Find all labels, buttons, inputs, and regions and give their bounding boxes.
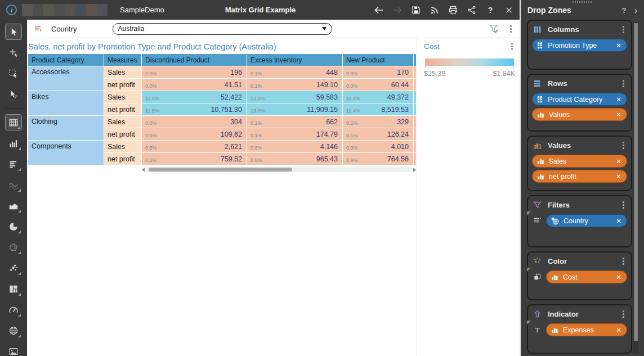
remove-field-icon[interactable]: ✕ (616, 157, 621, 165)
tool-radar-chart[interactable] (5, 239, 22, 255)
remove-field-icon[interactable]: ✕ (616, 273, 621, 281)
filter-applied-icon[interactable] (488, 23, 500, 35)
field-pill-promotion-type[interactable]: Promotion Type✕ (532, 39, 627, 52)
data-cell[interactable]: 13.3%11,909.15 (247, 103, 343, 116)
measure-cell[interactable]: net profit (104, 153, 142, 165)
tool-treemap-chart[interactable] (5, 281, 22, 297)
data-cell[interactable]: 11.5%52,422 (142, 91, 247, 103)
data-cell[interactable]: 0.1%149.10 (247, 79, 343, 91)
data-cell[interactable]: 0.0%109.62 (142, 128, 247, 141)
panel-scrollbar-thumb[interactable] (634, 23, 638, 341)
dropzone-menu-kebab[interactable] (621, 28, 627, 31)
dropzone-menu-kebab[interactable] (621, 312, 627, 316)
measure-cell[interactable]: net profit (104, 79, 142, 91)
category-cell[interactable]: Bikes (28, 91, 104, 116)
tool-area-chart[interactable] (5, 197, 22, 214)
scroll-left-icon[interactable] (142, 168, 145, 172)
measure-cell[interactable]: Sales (104, 141, 142, 153)
data-cell[interactable]: 0.1%126.24 (343, 128, 414, 141)
data-cell[interactable]: 1 (414, 91, 417, 103)
measure-cell[interactable]: Sales (104, 91, 142, 103)
panel-scrollbar[interactable] (633, 22, 638, 353)
data-cell[interactable]: 1 (414, 103, 417, 116)
tool-multi-select[interactable] (5, 86, 22, 102)
data-cell[interactable]: 0 (414, 128, 417, 141)
field-pill-country[interactable]: Country✕ (546, 214, 627, 227)
category-cell[interactable]: Accessories (28, 66, 104, 91)
dropzone-menu-kebab[interactable] (621, 82, 627, 85)
forward-button[interactable] (391, 4, 404, 16)
data-cell[interactable]: 11.4%49,372 (343, 91, 414, 103)
data-cell[interactable]: 0.1%448 (247, 66, 343, 79)
dropzone-menu-kebab[interactable] (621, 259, 627, 263)
data-cell[interactable]: 0.9%764.56 (343, 153, 414, 165)
grid-column-header[interactable]: Excess Inventory (247, 54, 343, 66)
field-pill-net-profit[interactable]: net profit✕ (532, 170, 627, 183)
remove-field-icon[interactable]: ✕ (616, 326, 621, 334)
category-cell[interactable]: Components (28, 141, 104, 165)
data-cell[interactable]: 0.5%2,621 (142, 141, 247, 153)
remove-field-icon[interactable]: ✕ (616, 173, 621, 181)
field-pill-cost[interactable]: Cost✕ (546, 271, 627, 283)
scroll-right-icon[interactable] (413, 168, 416, 172)
print-button[interactable] (447, 4, 459, 16)
tool-grid-widget[interactable] (5, 114, 22, 130)
data-cell[interactable]: 11.4%8,519.53 (343, 103, 414, 116)
save-button[interactable] (410, 4, 422, 16)
tool-map-chart[interactable] (5, 322, 22, 339)
publish-button[interactable] (428, 4, 441, 16)
data-cell[interactable]: 11.5%10,751.30 (142, 103, 247, 116)
tool-scatter-chart[interactable] (5, 260, 22, 276)
grid-column-header[interactable]: New Product (343, 54, 414, 66)
info-icon[interactable]: i (6, 4, 17, 15)
data-cell[interactable]: 0.0%304 (142, 116, 247, 128)
field-pill-sales[interactable]: Sales✕ (532, 155, 627, 168)
category-cell[interactable]: Clothing (28, 116, 104, 141)
tool-gauge-chart[interactable] (5, 301, 22, 318)
tool-pie-chart[interactable] (5, 218, 22, 235)
measure-cell[interactable]: net profit (104, 103, 142, 116)
data-cell[interactable]: 0 (414, 141, 417, 153)
filter-menu-kebab[interactable] (510, 28, 512, 30)
data-cell[interactable]: 0 (414, 153, 417, 165)
data-cell[interactable]: 0.8%965.43 (247, 153, 343, 165)
horizontal-scrollbar[interactable] (142, 166, 416, 173)
dropzone-menu-kebab[interactable] (621, 143, 627, 147)
data-cell[interactable]: 0 (414, 79, 417, 91)
field-pill-expenses[interactable]: Expenses✕ (546, 323, 627, 336)
grid-column-header[interactable]: Measures (104, 54, 142, 66)
data-cell[interactable]: 0.5%759.52 (142, 153, 247, 165)
scrollbar-thumb[interactable] (149, 168, 292, 172)
remove-field-icon[interactable]: ✕ (616, 42, 621, 49)
grid-column-header[interactable]: Product Category (28, 54, 104, 66)
back-button[interactable] (373, 4, 385, 16)
tool-bar-chart[interactable] (5, 156, 22, 172)
tool-select-cursor[interactable] (5, 24, 22, 40)
data-cell[interactable]: 0.9%4,010 (343, 141, 414, 153)
legend-menu-kebab[interactable] (511, 46, 513, 47)
tool-line-chart[interactable] (5, 177, 22, 193)
remove-field-icon[interactable]: ✕ (616, 217, 621, 225)
share-button[interactable] (466, 4, 478, 16)
measure-cell[interactable]: Sales (104, 116, 142, 128)
data-cell[interactable]: 0.0%41.51 (142, 79, 247, 91)
remove-field-icon[interactable]: ✕ (616, 111, 621, 119)
dropzone-menu-kebab[interactable] (621, 203, 627, 207)
close-button[interactable] (503, 4, 515, 16)
data-cell[interactable]: 0.8%4,146 (247, 141, 343, 153)
grid-column-header[interactable]: Discontinued Product (142, 54, 247, 66)
data-cell[interactable]: 0.0%170 (343, 66, 414, 79)
collapse-panel-icon[interactable]: › (634, 4, 637, 15)
help-button[interactable]: ? (484, 4, 497, 16)
tool-column-chart[interactable] (5, 135, 22, 151)
data-cell[interactable]: 0.0%196 (142, 66, 247, 79)
help-icon[interactable]: ? (621, 6, 626, 15)
tool-pan-tool[interactable] (5, 44, 22, 61)
data-cell[interactable]: 0.1%174.79 (247, 128, 343, 141)
data-cell[interactable]: 13.3%59,583 (247, 91, 343, 103)
data-cell[interactable]: 0.1%329 (343, 116, 414, 128)
remove-field-icon[interactable]: ✕ (616, 96, 621, 103)
data-cell[interactable]: 0.0%60.44 (343, 79, 414, 91)
data-cell[interactable]: 0 (414, 66, 417, 79)
measure-cell[interactable]: net profit (104, 128, 142, 141)
